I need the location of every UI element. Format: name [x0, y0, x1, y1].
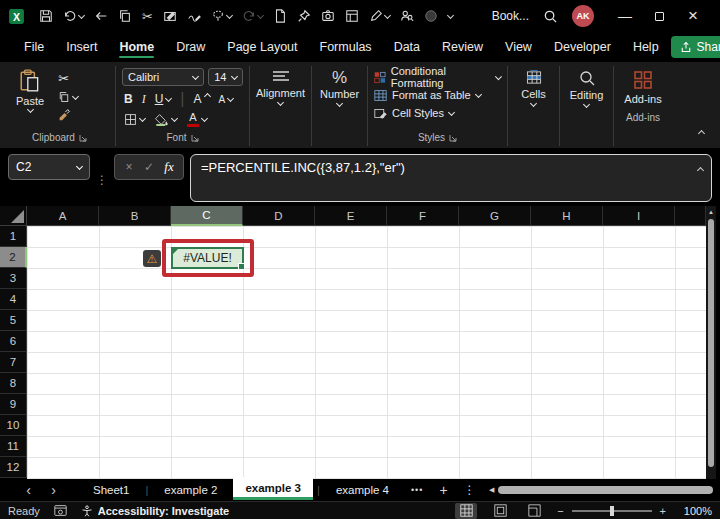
font-color-button[interactable]: A [187, 112, 207, 127]
collapse-ribbon-button[interactable] [699, 122, 704, 140]
accessibility-status[interactable]: Accessibility: Investigate [81, 505, 229, 517]
page-layout-view-button[interactable] [489, 503, 511, 519]
lasso-select-icon[interactable] [211, 9, 232, 23]
cancel-entry-button[interactable]: × [119, 160, 139, 174]
format-painter-button[interactable] [58, 108, 78, 121]
tab-home[interactable]: Home [109, 35, 164, 59]
page-break-preview-button[interactable] [523, 503, 545, 519]
copy-button[interactable] [58, 91, 78, 103]
more-sheets-button[interactable]: ••• [405, 485, 429, 495]
scroll-left-icon[interactable]: ◀ [486, 486, 498, 494]
name-box[interactable]: C2 [8, 154, 90, 180]
formula-input[interactable]: =PERCENTILE.INC({3,87,1.2},"er") [190, 154, 712, 202]
tab-developer[interactable]: Developer [544, 35, 621, 59]
dialog-launcher-icon[interactable] [79, 134, 87, 142]
conditional-formatting-button[interactable]: Conditional Formatting [374, 68, 501, 86]
copy-icon[interactable] [118, 9, 132, 23]
group-alignment[interactable]: Alignment [250, 66, 312, 146]
tab-file[interactable]: File [14, 35, 54, 59]
tab-view[interactable]: View [495, 35, 542, 59]
row-header-5[interactable]: 5 [0, 310, 27, 331]
close-button[interactable]: × [676, 0, 710, 32]
undo-icon[interactable] [63, 9, 84, 23]
column-header-d[interactable]: D [243, 206, 315, 226]
column-header-g[interactable]: G [459, 206, 531, 226]
sheet-options-button[interactable]: ⋮ [458, 483, 482, 497]
cut-button[interactable]: ✂ [58, 71, 78, 86]
row-header-12[interactable]: 12 [0, 457, 27, 478]
bold-button[interactable]: B [124, 92, 133, 106]
form-icon[interactable] [345, 9, 359, 23]
sheet-tab-sheet1[interactable]: Sheet1 [81, 481, 141, 499]
cell-styles-button[interactable]: Cell Styles [374, 104, 501, 122]
row-header-6[interactable]: 6 [0, 331, 27, 352]
row-header-1[interactable]: 1 [0, 226, 27, 247]
cells-area[interactable] [27, 226, 706, 479]
vertical-scrollbar[interactable]: ▲ [706, 206, 716, 479]
drag-handle-icon[interactable]: ⋮ [96, 173, 108, 187]
edit-signature-icon[interactable] [369, 9, 390, 23]
decrease-font-button[interactable]: A [219, 94, 234, 105]
sheet-tab-example3[interactable]: example 3 [233, 477, 313, 500]
people-lookup-icon[interactable] [400, 9, 414, 23]
column-header-i[interactable]: I [603, 206, 675, 226]
cut-icon[interactable]: ✂ [142, 9, 153, 24]
group-cells[interactable]: Cells [508, 66, 560, 146]
select-all-button[interactable] [0, 206, 27, 226]
borders-button[interactable] [124, 113, 145, 126]
row-header-10[interactable]: 10 [0, 415, 27, 436]
tab-data[interactable]: Data [384, 35, 430, 59]
prev-sheet-button[interactable]: ‹ [18, 482, 39, 498]
row-header-7[interactable]: 7 [0, 352, 27, 373]
row-header-2[interactable]: 2 [0, 247, 27, 268]
sheet-tab-example2[interactable]: example 2 [152, 481, 229, 499]
collapse-formula-bar-button[interactable] [698, 161, 703, 176]
tab-help[interactable]: Help [623, 35, 669, 59]
zoom-slider-handle[interactable] [610, 506, 614, 516]
sheet-tab-example4[interactable]: example 4 [324, 481, 401, 499]
normal-view-button[interactable] [455, 503, 477, 519]
draw-ink-icon[interactable] [163, 9, 177, 23]
tab-page-layout[interactable]: Page Layout [217, 35, 307, 59]
row-header-9[interactable]: 9 [0, 394, 27, 415]
new-file-icon[interactable] [273, 9, 287, 23]
column-header-a[interactable]: A [27, 206, 99, 226]
confirm-entry-button[interactable]: ✓ [139, 160, 159, 174]
share-button[interactable]: Share [671, 36, 720, 58]
pin-icon[interactable] [297, 9, 311, 23]
back-icon[interactable] [94, 9, 108, 23]
paste-button[interactable]: Paste [10, 68, 50, 113]
scroll-up-icon[interactable]: ▲ [706, 206, 716, 218]
group-number[interactable]: % Number [312, 66, 368, 146]
qat-overflow-icon[interactable] [448, 15, 453, 18]
group-editing[interactable]: Editing [560, 66, 614, 146]
tab-insert[interactable]: Insert [56, 35, 107, 59]
horizontal-scrollbar[interactable]: ◀ ▶ [486, 479, 720, 501]
new-sheet-button[interactable]: + [433, 482, 453, 498]
tab-draw[interactable]: Draw [166, 35, 215, 59]
zoom-in-button[interactable]: + [660, 505, 666, 517]
horizontal-scroll-track[interactable] [498, 485, 704, 495]
increase-font-button[interactable]: A [194, 92, 210, 106]
column-header-h[interactable]: H [531, 206, 603, 226]
error-options-button[interactable]: ⚠ [143, 250, 161, 267]
row-header-4[interactable]: 4 [0, 289, 27, 310]
group-addins[interactable]: Add-ins Add-ins [614, 66, 672, 146]
avatar[interactable]: AK [572, 5, 594, 27]
horizontal-scroll-thumb[interactable] [498, 486, 713, 494]
column-header-f[interactable]: F [387, 206, 459, 226]
dialog-launcher-icon[interactable] [449, 134, 457, 142]
zoom-slider[interactable] [572, 510, 652, 512]
record-icon[interactable] [424, 9, 438, 23]
fill-color-button[interactable] [155, 113, 177, 126]
redo-icon[interactable] [242, 9, 263, 23]
italic-button[interactable]: I [142, 92, 146, 107]
column-header-e[interactable]: E [315, 206, 387, 226]
column-header-b[interactable]: B [99, 206, 171, 226]
macro-record-icon[interactable] [54, 504, 67, 517]
row-header-3[interactable]: 3 [0, 268, 27, 289]
save-icon[interactable] [39, 9, 53, 23]
font-size-combo[interactable]: 14 [208, 68, 243, 86]
zoom-level[interactable]: 100% [678, 505, 712, 517]
row-header-8[interactable]: 8 [0, 373, 27, 394]
